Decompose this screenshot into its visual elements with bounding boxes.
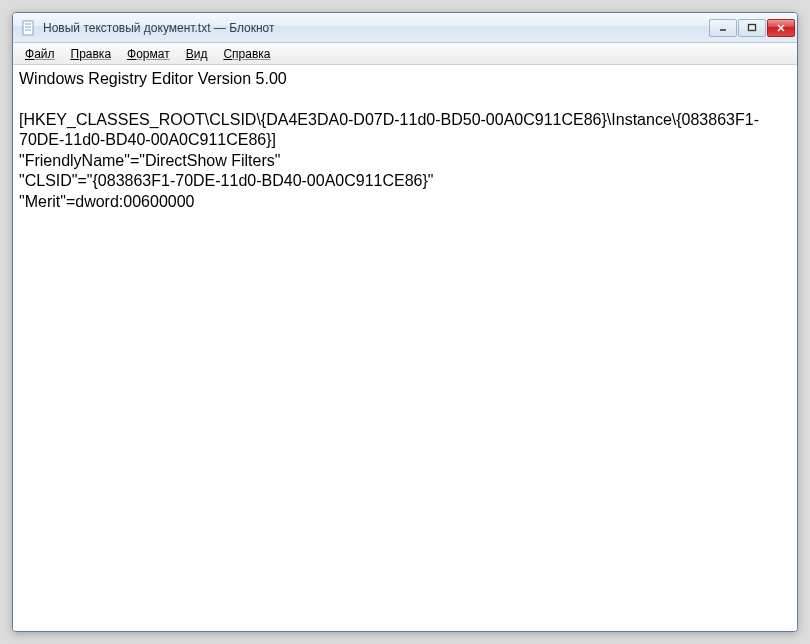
text-editor-area[interactable]: Windows Registry Editor Version 5.00 [HK… xyxy=(13,65,797,631)
minimize-button[interactable] xyxy=(709,19,737,37)
close-button[interactable] xyxy=(767,19,795,37)
window-controls xyxy=(709,19,795,37)
titlebar[interactable]: Новый текстовый документ.txt — Блокнот xyxy=(13,13,797,43)
menu-help[interactable]: Справка xyxy=(215,45,278,63)
svg-rect-5 xyxy=(749,24,756,30)
window-title: Новый текстовый документ.txt — Блокнот xyxy=(43,21,709,35)
svg-rect-0 xyxy=(23,21,33,35)
menu-file[interactable]: Файл xyxy=(17,45,63,63)
notepad-icon xyxy=(21,20,37,36)
menu-format[interactable]: Формат xyxy=(119,45,178,63)
app-window: Новый текстовый документ.txt — Блокнот Ф… xyxy=(12,12,798,632)
menubar: Файл Правка Формат Вид Справка xyxy=(13,43,797,65)
menu-view[interactable]: Вид xyxy=(178,45,216,63)
maximize-button[interactable] xyxy=(738,19,766,37)
menu-edit[interactable]: Правка xyxy=(63,45,120,63)
